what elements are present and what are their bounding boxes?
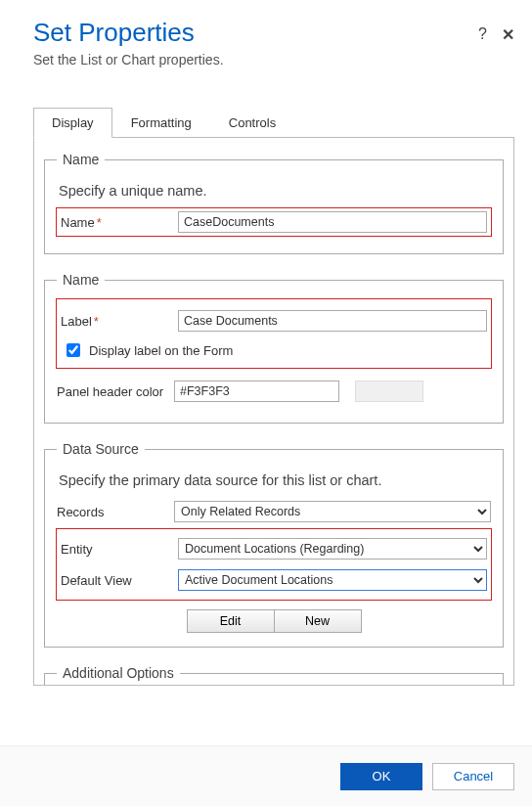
ok-button[interactable]: OK xyxy=(340,763,422,790)
row-display-label-checkbox: Display label on the Form xyxy=(63,340,487,360)
entity-label: Entity xyxy=(61,542,178,557)
row-label: Label* xyxy=(61,307,487,335)
datasource-instruction: Specify the primary data source for this… xyxy=(59,472,491,488)
page-subtitle: Set the List or Chart properties. xyxy=(33,52,514,67)
cancel-button[interactable]: Cancel xyxy=(432,763,514,790)
display-label-checkbox-text: Display label on the Form xyxy=(89,343,233,358)
new-view-button[interactable]: New xyxy=(274,609,362,633)
legend-datasource: Data Source xyxy=(57,441,145,457)
required-asterisk2: * xyxy=(94,314,99,329)
name-label: Name* xyxy=(61,215,178,230)
tab-formatting[interactable]: Formatting xyxy=(112,108,210,138)
tab-controls[interactable]: Controls xyxy=(210,108,294,138)
entity-select[interactable]: Document Locations (Regarding) xyxy=(178,538,487,560)
legend-name1: Name xyxy=(57,152,105,167)
tab-display[interactable]: Display xyxy=(33,108,112,138)
page-title: Set Properties xyxy=(33,18,514,48)
name1-instruction: Specify a unique name. xyxy=(59,183,491,199)
legend-name2: Name xyxy=(57,272,105,288)
label-label: Label* xyxy=(61,314,178,329)
fieldset-additional-options: Additional Options Display Search Box Di… xyxy=(44,665,504,686)
row-records: Records Only Related Records xyxy=(57,498,491,525)
edit-view-button[interactable]: Edit xyxy=(187,609,275,633)
row-entity: Entity Document Locations (Regarding) xyxy=(61,535,487,562)
view-button-row: Edit New xyxy=(57,609,491,633)
panel-color-input[interactable] xyxy=(174,381,339,402)
default-view-label: Default View xyxy=(61,573,178,588)
fieldset-name-unique: Name Specify a unique name. Name* xyxy=(44,152,504,254)
fieldset-name-label: Name Label* Display label on the Form Pa… xyxy=(44,272,504,424)
default-view-select[interactable]: Active Document Locations xyxy=(178,569,487,591)
legend-additional: Additional Options xyxy=(57,665,180,681)
tab-panel-display: Name Specify a unique name. Name* Name L… xyxy=(33,138,514,686)
help-icon[interactable]: ? xyxy=(478,25,487,43)
records-select[interactable]: Only Related Records xyxy=(174,501,491,522)
row-name: Name* xyxy=(57,208,491,236)
row-panel-header-color: Panel header color xyxy=(57,378,491,405)
name-input[interactable] xyxy=(178,211,487,233)
close-icon[interactable]: ✕ xyxy=(502,25,514,44)
dialog-footer: OK Cancel xyxy=(0,745,532,806)
tab-bar: Display Formatting Controls xyxy=(33,107,514,138)
row-default-view: Default View Active Document Locations xyxy=(61,566,487,594)
panel-color-swatch[interactable] xyxy=(355,381,423,402)
records-label: Records xyxy=(57,505,174,519)
fieldset-data-source: Data Source Specify the primary data sou… xyxy=(44,441,504,648)
required-asterisk: * xyxy=(97,215,102,230)
label-input[interactable] xyxy=(178,310,487,332)
display-label-checkbox[interactable] xyxy=(66,343,80,357)
panel-color-label: Panel header color xyxy=(57,384,174,399)
